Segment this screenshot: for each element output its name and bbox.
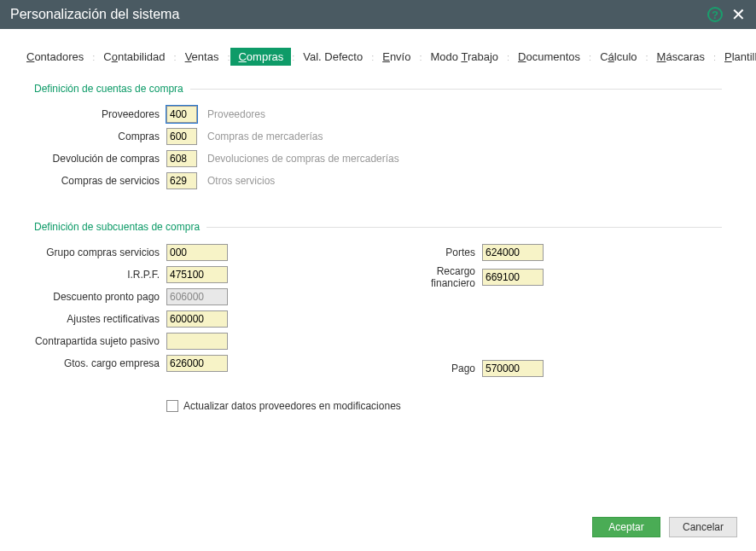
tab-separator: :	[292, 52, 294, 62]
update-providers-checkbox[interactable]	[166, 400, 178, 412]
tab-env-o[interactable]: Envío	[375, 48, 418, 66]
tab-separator: :	[174, 52, 177, 62]
group2-line	[206, 227, 722, 228]
tab-m-scaras[interactable]: Máscaras	[649, 48, 712, 66]
subaccount-label: Recargo financiero	[393, 265, 482, 289]
group1-title: Definición de cuentas de compra	[34, 83, 183, 95]
subaccount-label: Ajustes rectificativas	[34, 313, 166, 325]
account-label: Compras	[34, 130, 166, 142]
account-label: Devolución de compras	[34, 153, 166, 165]
group2-title: Definición de subcuentas de compra	[34, 221, 200, 233]
account-input-devoluci-n-de-compras[interactable]	[166, 150, 197, 167]
group2-header: Definición de subcuentas de compra	[34, 221, 722, 233]
help-icon[interactable]: ?	[707, 7, 723, 22]
tab-contadores[interactable]: Contadores	[19, 48, 91, 66]
account-input-compras[interactable]	[166, 128, 197, 145]
subaccount-input-gtos-cargo-empresa[interactable]	[166, 355, 228, 372]
subaccount-row: Ajustes rectificativas	[34, 310, 393, 328]
subaccount-row: Pago	[393, 359, 722, 378]
subaccount-input-pago[interactable]	[482, 360, 544, 377]
account-row: Compras de serviciosOtros servicios	[34, 171, 722, 190]
subaccount-label: Grupo compras servicios	[34, 246, 166, 258]
subaccount-input-contrapartida-sujeto-pasivo[interactable]	[166, 333, 228, 350]
tab-documentos[interactable]: Documentos	[510, 48, 588, 66]
account-desc: Otros servicios	[207, 175, 275, 187]
spacer	[393, 337, 722, 356]
tab-contabilidad[interactable]: Contabilidad	[96, 48, 172, 66]
subaccount-row: Portes	[393, 243, 722, 262]
tab-separator: :	[713, 52, 716, 62]
account-row: ComprasCompras de mercaderías	[34, 127, 722, 146]
window-title: Personalización del sistema	[10, 7, 707, 22]
account-label: Compras de servicios	[34, 175, 166, 187]
tab-c-lculo[interactable]: Cálculo	[592, 48, 644, 66]
spacer	[393, 315, 722, 334]
tab-separator: :	[646, 52, 648, 62]
subaccount-row: Recargo financiero	[393, 265, 722, 289]
tab-separator: :	[371, 52, 374, 62]
tab-ventas[interactable]: Ventas	[177, 48, 227, 66]
tab-compras[interactable]: Compras	[230, 48, 291, 66]
group1-line	[190, 89, 722, 90]
checkbox-label: Actualizar datos proveedores en modifica…	[183, 400, 401, 412]
subaccount-input-ajustes-rectificativas[interactable]	[166, 310, 228, 328]
group1-header: Definición de cuentas de compra	[34, 83, 722, 95]
account-desc: Proveedores	[207, 108, 265, 120]
tab-plantillas[interactable]: Plantillas	[717, 48, 756, 66]
spacer	[393, 293, 722, 311]
accept-button[interactable]: Aceptar	[592, 517, 660, 537]
subaccount-input-i-r-p-f-[interactable]	[166, 266, 228, 283]
subaccount-label: Contrapartida sujeto pasivo	[34, 335, 166, 347]
close-icon[interactable]: ✕	[731, 6, 746, 23]
tab-separator: :	[507, 52, 509, 62]
account-row: ProveedoresProveedores	[34, 105, 722, 124]
tab-separator: :	[227, 52, 230, 62]
tab-bar: Contadores:Contabilidad:Ventas:Compras:V…	[0, 48, 756, 66]
account-input-proveedores[interactable]	[166, 106, 197, 123]
subaccount-label: Descuento pronto pago	[34, 291, 166, 303]
subaccount-input-descuento-pronto-pago	[166, 288, 228, 305]
account-desc: Compras de mercaderías	[207, 130, 323, 142]
subaccount-row: Gtos. cargo empresa	[34, 354, 393, 373]
account-desc: Devoluciones de compras de mercaderías	[207, 153, 399, 165]
footer: Aceptar Cancelar	[592, 517, 737, 537]
cancel-button[interactable]: Cancelar	[669, 517, 737, 537]
tab-modo-trabajo[interactable]: Modo Trabajo	[423, 48, 507, 66]
checkbox-row: Actualizar datos proveedores en modifica…	[166, 400, 722, 412]
subaccount-label: Pago	[393, 362, 482, 374]
account-row: Devolución de comprasDevoluciones de com…	[34, 149, 722, 168]
tab-separator: :	[589, 52, 591, 62]
subaccount-row: Contrapartida sujeto pasivo	[34, 332, 393, 351]
subaccount-row: Grupo compras servicios	[34, 243, 393, 262]
subaccount-label: Gtos. cargo empresa	[34, 357, 166, 369]
subaccount-row: Descuento pronto pago	[34, 287, 393, 306]
titlebar: Personalización del sistema ? ✕	[0, 0, 756, 29]
subaccount-row: I.R.P.F.	[34, 265, 393, 284]
account-label: Proveedores	[34, 108, 166, 120]
tab-separator: :	[419, 52, 422, 62]
tab-val-defecto[interactable]: Val. Defecto	[295, 48, 370, 66]
subaccount-input-portes[interactable]	[482, 244, 544, 261]
main-content: Definición de cuentas de compra Proveedo…	[0, 66, 756, 412]
subaccount-label: I.R.P.F.	[34, 269, 166, 281]
tab-separator: :	[92, 52, 95, 62]
subaccount-input-recargo-financiero[interactable]	[482, 269, 544, 286]
account-input-compras-de-servicios[interactable]	[166, 172, 197, 189]
subaccount-input-grupo-compras-servicios[interactable]	[166, 244, 228, 261]
subaccount-label: Portes	[393, 246, 482, 258]
